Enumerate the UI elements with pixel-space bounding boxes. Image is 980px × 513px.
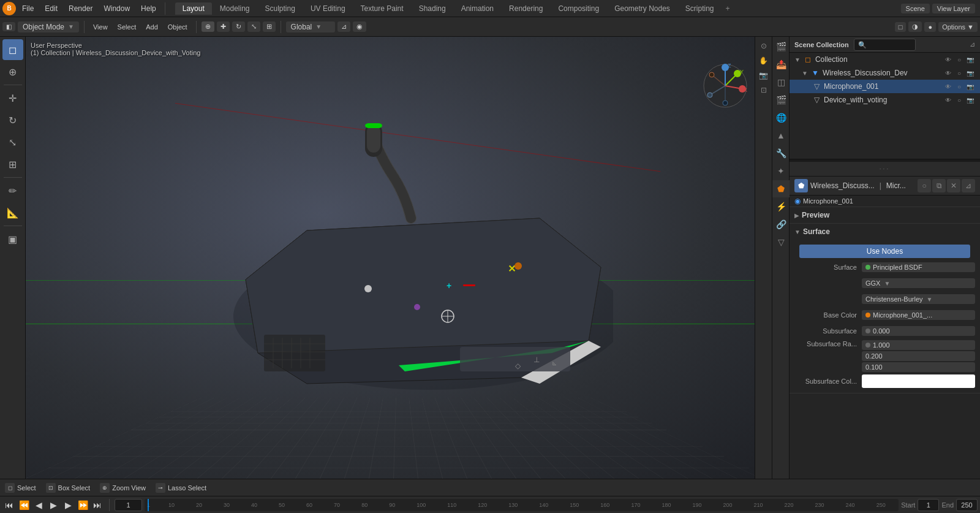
menu-render[interactable]: Render: [64, 3, 97, 14]
props-object-icon[interactable]: ▲: [772, 127, 790, 144]
props-material-icon[interactable]: ⬟: [772, 180, 790, 197]
add-menu[interactable]: Add: [142, 22, 162, 32]
props-data-icon[interactable]: ▽: [772, 234, 790, 251]
jump-start-btn[interactable]: ⏮: [2, 498, 16, 512]
prev-keyframe-btn[interactable]: ⏪: [17, 498, 31, 512]
rotate-tool[interactable]: ↻: [232, 21, 245, 32]
tab-modeling[interactable]: Modeling: [213, 2, 257, 15]
device-visibility[interactable]: 👁: [943, 68, 953, 78]
mic-render[interactable]: 📷: [965, 82, 975, 91]
viewport-toggle[interactable]: ◧: [2, 22, 15, 31]
menu-window[interactable]: Window: [99, 3, 135, 14]
subsurface-r2[interactable]: 0.200: [862, 351, 975, 361]
outliner-filter[interactable]: ⊿: [970, 40, 975, 48]
voting-viewport[interactable]: ○: [954, 95, 964, 105]
add-workspace-btn[interactable]: +: [722, 3, 734, 14]
menu-edit[interactable]: Edit: [40, 3, 62, 14]
zoom-to-fit[interactable]: ⊙: [757, 39, 771, 53]
orthographic-btn[interactable]: ⊡: [757, 83, 771, 97]
object-menu[interactable]: Object: [164, 22, 191, 32]
view-menu[interactable]: View: [89, 22, 111, 32]
snap-toggle[interactable]: ⊿: [337, 21, 350, 32]
global-selector[interactable]: Global ▼: [286, 21, 335, 32]
tab-rendering[interactable]: Rendering: [502, 2, 550, 15]
props-constraints-icon[interactable]: 🔗: [772, 216, 790, 233]
camera-view-btn[interactable]: 📷: [757, 69, 771, 82]
base-color-value[interactable]: Microphone_001_...: [862, 310, 975, 320]
props-output-icon[interactable]: 📤: [772, 56, 790, 73]
props-scene-icon[interactable]: 🎬: [772, 91, 790, 108]
tab-layout[interactable]: Layout: [175, 2, 212, 15]
subsurface-color-value[interactable]: [862, 374, 975, 388]
options-btn[interactable]: Options ▼: [938, 22, 978, 32]
select-tool[interactable]: ◻: [2, 39, 23, 60]
collection-arrow[interactable]: ▼: [794, 56, 801, 63]
props-render-icon[interactable]: 🎬: [772, 38, 790, 55]
tab-sculpting[interactable]: Sculpting: [258, 2, 303, 15]
props-particles-icon[interactable]: ✦: [772, 162, 790, 180]
tab-geometry-nodes[interactable]: Geometry Nodes: [607, 2, 677, 15]
cursor-tool-left[interactable]: ⊕: [2, 61, 23, 82]
rotate-tool-left[interactable]: ↻: [2, 110, 23, 131]
device-render[interactable]: 📷: [965, 68, 975, 78]
outliner-search[interactable]: [854, 39, 916, 51]
props-world-icon[interactable]: 🌐: [772, 109, 790, 126]
obj-copy[interactable]: ⧉: [932, 179, 946, 192]
voting-visibility[interactable]: 👁: [943, 95, 953, 105]
voting-row[interactable]: ▽ Device_with_voting 👁 ○ 📷: [790, 93, 980, 107]
menu-file[interactable]: File: [17, 3, 39, 14]
props-modifier-icon[interactable]: 🔧: [772, 145, 790, 162]
props-drag-handle[interactable]: ···: [790, 162, 980, 177]
collection-row[interactable]: ▼ ◻ Collection 👁 ○ 📷: [790, 53, 980, 66]
menu-help[interactable]: Help: [136, 3, 161, 14]
mode-selector[interactable]: Object Mode ▼: [18, 21, 79, 32]
tab-texture-paint[interactable]: Texture Paint: [353, 2, 411, 15]
timeline-ruler[interactable]: 1 10 20 30 40 50 60 70 80 90 100 110 120…: [145, 499, 899, 511]
mic-visibility[interactable]: 👁: [943, 82, 953, 91]
tab-shading[interactable]: Shading: [412, 2, 453, 15]
view-layer-selector[interactable]: View Layer: [932, 4, 975, 13]
select-menu[interactable]: Select: [114, 22, 140, 32]
mic-viewport[interactable]: ○: [954, 82, 964, 91]
scene-selector[interactable]: Scene: [901, 4, 930, 13]
end-frame-input[interactable]: [956, 499, 978, 511]
start-frame-input[interactable]: [918, 499, 939, 511]
annotate-tool[interactable]: ✏: [2, 180, 23, 201]
props-physics-icon[interactable]: ⚡: [772, 198, 790, 215]
collection-render[interactable]: 📷: [965, 55, 975, 64]
surface-header[interactable]: ▼ Surface: [790, 224, 980, 240]
device-collection-row[interactable]: ▼ ▼ Wireless_Discussion_Dev 👁 ○ 📷: [790, 66, 980, 80]
props-view-layer-icon[interactable]: ◫: [772, 74, 790, 91]
viewport-shading-solid[interactable]: ◑: [908, 21, 922, 32]
play-btn[interactable]: ▶: [47, 498, 60, 512]
device-viewport[interactable]: ○: [954, 68, 964, 78]
subsurface-value[interactable]: 0.000: [862, 326, 975, 336]
collection-visibility[interactable]: 👁: [943, 55, 953, 64]
voting-render[interactable]: 📷: [965, 95, 975, 105]
obj-close[interactable]: ✕: [947, 179, 960, 192]
subsurface-method-value[interactable]: Christensen-Burley ▼: [862, 294, 975, 304]
subsurface-r1[interactable]: 1.000: [862, 340, 975, 350]
prev-frame-btn[interactable]: ◀: [32, 498, 45, 512]
scale-tool[interactable]: ⤡: [247, 21, 260, 32]
scale-tool-left[interactable]: ⤡: [2, 132, 23, 153]
pan-view[interactable]: ✋: [757, 54, 771, 67]
preview-header[interactable]: ▶ Preview: [790, 207, 980, 223]
viewport[interactable]: ✕ +: [26, 37, 772, 479]
tab-scripting[interactable]: Scripting: [678, 2, 722, 15]
subsurface-r3[interactable]: 0.100: [862, 362, 975, 372]
transform-tool-left[interactable]: ⊞: [2, 154, 23, 175]
next-keyframe-btn[interactable]: ⏩: [76, 498, 89, 512]
next-frame-btn[interactable]: ▶: [61, 498, 75, 512]
surface-type-value[interactable]: Principled BSDF: [862, 262, 975, 272]
tab-compositing[interactable]: Compositing: [551, 2, 606, 15]
obj-new[interactable]: ○: [918, 179, 931, 192]
add-cube-tool[interactable]: ▣: [2, 229, 23, 249]
proportional-edit[interactable]: ◉: [353, 21, 366, 32]
move-tool[interactable]: ✛: [2, 88, 23, 108]
tab-animation[interactable]: Animation: [454, 2, 501, 15]
gizmo-widget[interactable]: Y X Z: [701, 61, 750, 110]
cursor-tool[interactable]: ⊕: [202, 21, 214, 32]
microphone-row[interactable]: ▽ Microphone_001 👁 ○ 📷: [790, 80, 980, 93]
viewport-shading-rendered[interactable]: ●: [924, 22, 936, 32]
